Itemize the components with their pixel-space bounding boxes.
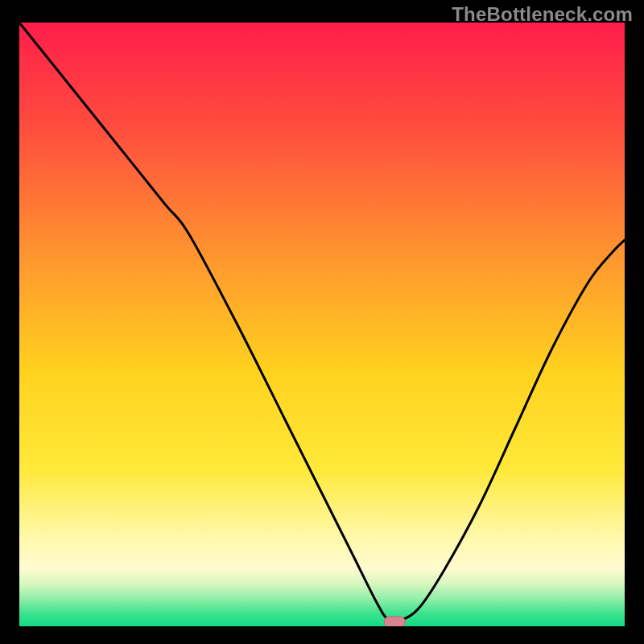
optimal-marker — [384, 617, 405, 626]
gradient-background — [19, 23, 625, 626]
bottleneck-chart — [19, 23, 625, 626]
chart-container: TheBottleneck.com — [0, 0, 644, 644]
